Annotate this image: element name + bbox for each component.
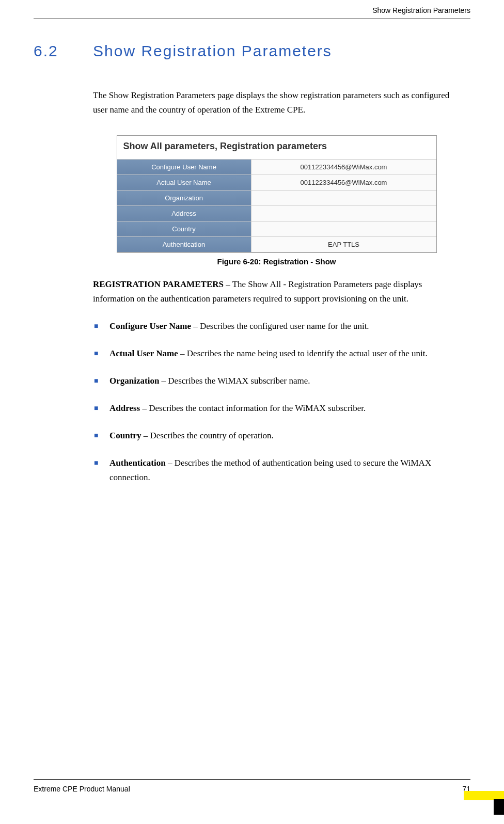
list-item: Organization – Describes the WiMAX subsc… <box>93 374 460 388</box>
param-label: Address <box>117 206 251 221</box>
table-row: Configure User Name 001122334456@WiMax.c… <box>117 160 436 175</box>
bullet-term: Actual User Name <box>109 348 178 358</box>
figure-container: Show All parameters, Registration parame… <box>117 135 437 266</box>
param-value <box>251 221 436 237</box>
param-value: EAP TTLS <box>251 237 436 252</box>
black-tab-icon <box>494 799 504 815</box>
table-row: Organization <box>117 191 436 206</box>
page-footer: Extreme CPE Product Manual 71 <box>34 779 470 793</box>
parameters-table: Configure User Name 001122334456@WiMax.c… <box>117 160 436 252</box>
param-label: Organization <box>117 191 251 206</box>
table-row: Authentication EAP TTLS <box>117 237 436 252</box>
description-lead: REGISTRATION PARAMETERS <box>93 279 224 289</box>
manual-name: Extreme CPE Product Manual <box>34 785 130 793</box>
param-label: Actual User Name <box>117 175 251 191</box>
bullet-term: Configure User Name <box>109 321 191 331</box>
figure-caption: Figure 6-20: Registration - Show <box>117 257 437 266</box>
running-header: Show Registration Parameters <box>34 0 470 19</box>
section-title: Show Registration Parameters <box>93 42 332 60</box>
list-item: Actual User Name – Describes the name be… <box>93 346 460 361</box>
bullet-text: – Describes the WiMAX subscriber name. <box>159 376 310 386</box>
bullet-term: Authentication <box>109 458 166 468</box>
bullet-term: Organization <box>109 376 159 386</box>
section-heading: 6.2 Show Registration Parameters <box>34 42 470 60</box>
list-item: Authentication – Describes the method of… <box>93 456 460 485</box>
table-row: Address <box>117 206 436 221</box>
list-item: Country – Describes the country of opera… <box>93 429 460 443</box>
table-row: Actual User Name 001122334456@WiMax.com <box>117 175 436 191</box>
param-label: Country <box>117 221 251 237</box>
section-number: 6.2 <box>34 42 93 60</box>
param-value <box>251 191 436 206</box>
list-item: Address – Describes the contact informat… <box>93 401 460 416</box>
list-item: Configure User Name – Describes the conf… <box>93 319 460 334</box>
bullet-text: – Describes the name being used to ident… <box>178 348 428 358</box>
running-title: Show Registration Parameters <box>372 6 470 14</box>
embedded-screenshot: Show All parameters, Registration parame… <box>117 135 437 253</box>
corner-mark <box>464 774 504 815</box>
param-value: 001122334456@WiMax.com <box>251 175 436 191</box>
description-paragraph: REGISTRATION PARAMETERS – The Show All -… <box>93 277 460 306</box>
screenshot-title: Show All parameters, Registration parame… <box>117 136 436 160</box>
bullet-term: Country <box>109 431 141 440</box>
param-label: Configure User Name <box>117 160 251 175</box>
table-row: Country <box>117 221 436 237</box>
bullet-text: – Describes the configured user name for… <box>191 321 369 331</box>
bullet-term: Address <box>109 403 140 413</box>
param-value: 001122334456@WiMax.com <box>251 160 436 175</box>
bullet-text: – Describes the contact information for … <box>140 403 366 413</box>
intro-paragraph: The Show Registration Parameters page di… <box>93 88 460 117</box>
bullet-list: Configure User Name – Describes the conf… <box>93 319 460 485</box>
body-content: The Show Registration Parameters page di… <box>93 88 460 485</box>
param-label: Authentication <box>117 237 251 252</box>
bullet-text: – Describes the country of operation. <box>141 431 273 440</box>
param-value <box>251 206 436 221</box>
